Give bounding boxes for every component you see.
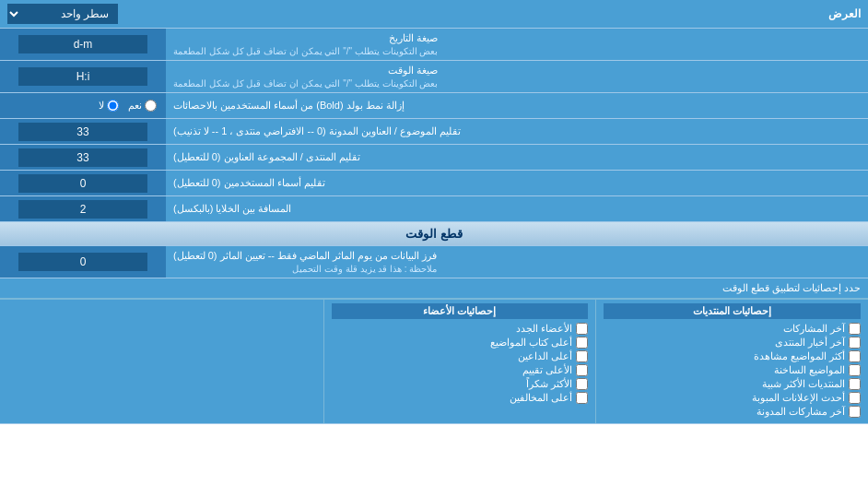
- stats-item-forum-1: آخر أخبار المنتدى: [604, 337, 861, 349]
- date-format-input[interactable]: [18, 35, 147, 53]
- stats-item-forum-0: آخر المشاركات: [604, 323, 861, 335]
- stats-col-members-title: إحصائيات الأعضاء: [332, 303, 589, 319]
- stats-label-forum-2: أكثر المواضيع مشاهدة: [754, 350, 845, 362]
- stats-label-forum-1: آخر أخبار المنتدى: [775, 337, 845, 349]
- gap-cells-label: المسافة بين الخلايا (بالبكسل): [166, 196, 868, 221]
- bold-no-label[interactable]: لا: [99, 100, 119, 112]
- page-title: العرض: [828, 7, 861, 20]
- gap-cells-input-area: [0, 196, 166, 221]
- stats-cb-forum-2[interactable]: [849, 350, 861, 362]
- cutoff-input-area: [0, 246, 166, 278]
- stats-item-member-2: أعلى الداعين: [332, 350, 589, 362]
- trim-forum-input[interactable]: [18, 148, 147, 167]
- stats-col-members: إحصائيات الأعضاء الأعضاء الجدد أعلى كتاب…: [323, 300, 596, 423]
- stats-cb-forum-3[interactable]: [849, 364, 861, 376]
- stats-label-member-4: الأكثر شكراً: [526, 378, 572, 390]
- stats-cb-member-3[interactable]: [576, 364, 588, 376]
- stats-label-forum-6: آخر مشاركات المدونة: [757, 406, 845, 418]
- stats-label-forum-3: المواضيع الساخنة: [774, 364, 845, 376]
- stats-cb-forum-4[interactable]: [849, 378, 861, 390]
- stats-item-member-1: أعلى كتاب المواضيع: [332, 337, 589, 349]
- sort-topics-label: تقليم الموضوع / العناوين المدونة (0 -- ا…: [166, 119, 868, 144]
- bold-yes-radio[interactable]: [145, 100, 157, 112]
- bold-yes-label[interactable]: نعم: [128, 100, 157, 112]
- stats-col-forums: إحصائيات المنتديات آخر المشاركات آخر أخب…: [595, 300, 868, 423]
- stats-section: حدد إحصائيات لتطبيق قطع الوقت إحصائيات ا…: [0, 278, 868, 424]
- stats-cb-forum-1[interactable]: [849, 337, 861, 349]
- trim-forum-label: تقليم المنتدى / المجموعة العناوين (0 للت…: [166, 145, 868, 170]
- bold-remove-row: إزالة نمط بولد (Bold) من أسماء المستخدمي…: [0, 93, 868, 119]
- time-format-label: صيغة الوقت بعض التكوينات يتطلب "/" التي …: [166, 61, 868, 92]
- sort-topics-input-area: [0, 119, 166, 144]
- time-format-input[interactable]: [18, 67, 147, 86]
- bold-remove-label: إزالة نمط بولد (Bold) من أسماء المستخدمي…: [166, 93, 868, 118]
- stats-cb-member-1[interactable]: [576, 337, 588, 349]
- stats-header-row: حدد إحصائيات لتطبيق قطع الوقت: [0, 278, 868, 299]
- stats-label-member-5: أعلى المخالفين: [510, 392, 572, 404]
- stats-item-member-5: أعلى المخالفين: [332, 392, 589, 404]
- stats-cb-forum-6[interactable]: [849, 406, 861, 418]
- stats-item-forum-3: المواضيع الساخنة: [604, 364, 861, 376]
- title-select-area[interactable]: سطر واحدسطرينثلاثة أسطر: [7, 4, 118, 24]
- trim-forum-row: تقليم المنتدى / المجموعة العناوين (0 للت…: [0, 145, 868, 171]
- cutoff-input[interactable]: [18, 253, 147, 271]
- page-title-row: العرض سطر واحدسطرينثلاثة أسطر: [0, 0, 868, 29]
- gap-cells-input[interactable]: [18, 200, 147, 219]
- stats-label-forum-0: آخر المشاركات: [783, 323, 845, 335]
- trim-forum-input-area: [0, 145, 166, 170]
- cutoff-row: فرز البيانات من يوم الماثر الماضي فقط --…: [0, 246, 868, 278]
- trim-users-input-area: [0, 171, 166, 195]
- stats-cb-member-4[interactable]: [576, 378, 588, 390]
- stats-cb-member-5[interactable]: [576, 392, 588, 404]
- trim-users-row: تقليم أسماء المستخدمين (0 للتعطيل): [0, 171, 868, 196]
- stats-item-forum-4: المنتديات الأكثر شبية: [604, 378, 861, 390]
- stats-item-member-3: الأعلى تقييم: [332, 364, 589, 376]
- stats-cb-forum-0[interactable]: [849, 323, 861, 335]
- stats-col-empty: [0, 300, 323, 423]
- stats-label-member-1: أعلى كتاب المواضيع: [490, 337, 572, 349]
- stats-item-forum-2: أكثر المواضيع مشاهدة: [604, 350, 861, 362]
- stats-label-member-0: الأعضاء الجدد: [516, 323, 572, 335]
- date-format-row: صيغة التاريخ بعض التكوينات يتطلب "/" الت…: [0, 29, 868, 61]
- date-format-input-area: [0, 29, 166, 60]
- stats-item-member-0: الأعضاء الجدد: [332, 323, 589, 335]
- stats-cb-member-0[interactable]: [576, 323, 588, 335]
- rows-select[interactable]: سطر واحدسطرينثلاثة أسطر: [7, 4, 118, 24]
- stats-item-member-4: الأكثر شكراً: [332, 378, 589, 390]
- stats-label-member-3: الأعلى تقييم: [522, 364, 572, 376]
- cutoff-section-header: قطع الوقت: [0, 222, 868, 246]
- bold-remove-radio-area: نعم لا: [0, 93, 166, 118]
- stats-label-member-2: أعلى الداعين: [518, 350, 572, 362]
- stats-columns: إحصائيات المنتديات آخر المشاركات آخر أخب…: [0, 299, 868, 423]
- sort-topics-input[interactable]: [18, 123, 147, 141]
- stats-header-label: حدد إحصائيات لتطبيق قطع الوقت: [7, 282, 861, 294]
- stats-cb-forum-5[interactable]: [849, 392, 861, 404]
- date-format-label: صيغة التاريخ بعض التكوينات يتطلب "/" الت…: [166, 29, 868, 60]
- cutoff-label: فرز البيانات من يوم الماثر الماضي فقط --…: [166, 246, 868, 278]
- stats-col-forums-title: إحصائيات المنتديات: [604, 303, 861, 319]
- time-format-row: صيغة الوقت بعض التكوينات يتطلب "/" التي …: [0, 61, 868, 93]
- stats-item-forum-6: آخر مشاركات المدونة: [604, 406, 861, 418]
- gap-cells-row: المسافة بين الخلايا (بالبكسل): [0, 196, 868, 222]
- time-format-input-area: [0, 61, 166, 92]
- stats-label-forum-5: أحدث الإعلانات المبوبة: [752, 392, 845, 404]
- stats-item-forum-5: أحدث الإعلانات المبوبة: [604, 392, 861, 404]
- trim-users-label: تقليم أسماء المستخدمين (0 للتعطيل): [166, 171, 868, 195]
- bold-no-radio[interactable]: [107, 100, 119, 112]
- sort-topics-row: تقليم الموضوع / العناوين المدونة (0 -- ا…: [0, 119, 868, 145]
- stats-cb-member-2[interactable]: [576, 350, 588, 362]
- stats-label-forum-4: المنتديات الأكثر شبية: [762, 378, 845, 390]
- trim-users-input[interactable]: [18, 174, 147, 193]
